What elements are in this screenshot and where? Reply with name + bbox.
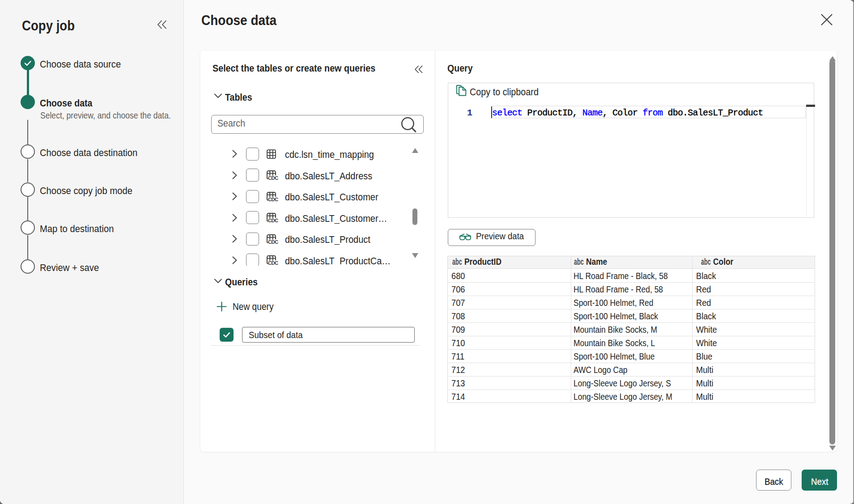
svg-text:CDC: CDC	[268, 260, 278, 265]
svg-text:CDC: CDC	[268, 239, 278, 244]
svg-text:CDC: CDC	[268, 175, 278, 180]
svg-text:CDC: CDC	[268, 218, 278, 223]
svg-text:CDC: CDC	[268, 197, 278, 202]
